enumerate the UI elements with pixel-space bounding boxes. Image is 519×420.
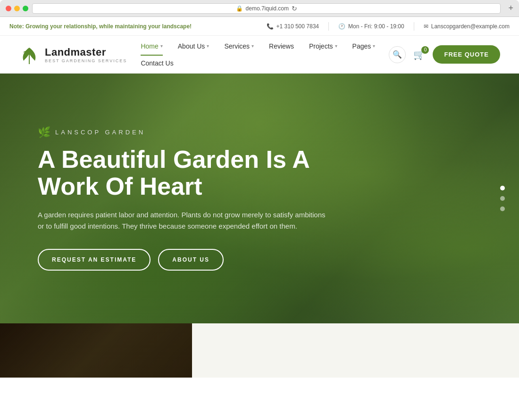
top-bar-note: Note: Growing your relationship, while m… <box>9 23 192 30</box>
cart-button[interactable]: 🛒 0 <box>413 49 425 60</box>
hero-background: 🌿 LANSCOP GARDEN A Beautiful Garden Is A… <box>0 74 519 323</box>
hero-section: 🌿 LANSCOP GARDEN A Beautiful Garden Is A… <box>0 74 519 323</box>
bottom-right-panel <box>192 323 519 378</box>
chevron-down-icon: ▾ <box>373 43 375 49</box>
nav-item-home[interactable]: Home ▾ <box>135 39 168 54</box>
lock-icon: 🔒 <box>236 5 243 12</box>
nav-main: Home ▾ About Us ▾ Services ▾ Reviews Pro… <box>135 39 381 54</box>
slide-indicators <box>500 186 505 211</box>
free-quote-button[interactable]: FREE QUOTE <box>433 45 500 64</box>
slide-dot-2[interactable] <box>500 196 505 201</box>
hero-brand-text: LANSCOP GARDEN <box>55 129 145 136</box>
browser-chrome: 🔒 demo.7iquid.com ↻ + <box>0 0 519 17</box>
request-estimate-button[interactable]: REQUEST AN ESTIMATE <box>38 249 151 271</box>
hours-item: 🕐 Mon - Fri: 9:00 - 19:00 <box>338 23 404 30</box>
divider-2 <box>414 22 414 31</box>
minimize-dot[interactable] <box>14 6 20 11</box>
email-item: ✉ Lanscopgarden@example.com <box>424 23 510 30</box>
chevron-down-icon: ▾ <box>335 43 337 49</box>
about-us-button[interactable]: ABOUT US <box>158 249 224 271</box>
nav-area: Home ▾ About Us ▾ Services ▾ Reviews Pro… <box>135 39 381 71</box>
hero-buttons: REQUEST AN ESTIMATE ABOUT US <box>38 249 368 271</box>
leaf-icon: 🌿 <box>38 126 50 139</box>
nav-secondary: Contact Us <box>135 56 179 71</box>
nav-item-services[interactable]: Services ▾ <box>218 39 260 54</box>
maximize-dot[interactable] <box>23 6 28 11</box>
browser-dots <box>6 6 28 11</box>
hero-content: 🌿 LANSCOP GARDEN A Beautiful Garden Is A… <box>38 126 368 271</box>
clock-icon: 🕐 <box>338 23 345 30</box>
new-tab-button[interactable]: + <box>508 3 513 13</box>
phone-icon: 📞 <box>267 23 274 30</box>
bottom-left-panel <box>0 323 192 378</box>
chevron-down-icon: ▾ <box>160 43 163 49</box>
nav-item-about[interactable]: About Us ▾ <box>172 39 215 54</box>
top-bar-contact: 📞 +1 310 500 7834 🕐 Mon - Fri: 9:00 - 19… <box>267 22 510 31</box>
top-info-bar: Note: Growing your relationship, while m… <box>0 17 519 36</box>
hero-description: A garden requires patient labor and atte… <box>38 209 330 232</box>
email-address: Lanscopgarden@example.com <box>431 23 510 30</box>
divider-1 <box>328 22 329 31</box>
hero-title: A Beautiful Garden Is A Work Of Heart <box>38 146 368 200</box>
nav-item-contact[interactable]: Contact Us <box>135 56 179 71</box>
note-label: Note: <box>9 23 24 30</box>
hours-text: Mon - Fri: 9:00 - 19:00 <box>348 23 404 30</box>
main-header: Landmaster BEST GARDENING SERVICES Home … <box>0 36 519 74</box>
search-button[interactable]: 🔍 <box>389 46 406 63</box>
chevron-down-icon: ▾ <box>207 43 209 49</box>
slide-dot-1[interactable] <box>500 186 505 190</box>
search-icon: 🔍 <box>393 50 402 59</box>
phone-number: +1 310 500 7834 <box>276 23 319 30</box>
nav-item-pages[interactable]: Pages ▾ <box>347 39 381 54</box>
cart-badge: 0 <box>421 46 429 54</box>
logo-tagline: BEST GARDENING SERVICES <box>45 58 127 63</box>
url-text: demo.7iquid.com <box>246 5 289 12</box>
close-dot[interactable] <box>6 6 11 11</box>
chevron-down-icon: ▾ <box>251 43 254 49</box>
reload-icon[interactable]: ↻ <box>292 5 297 12</box>
email-icon: ✉ <box>424 23 428 30</box>
phone-item: 📞 +1 310 500 7834 <box>267 23 319 30</box>
bottom-preview <box>0 323 519 378</box>
header-right: 🔍 🛒 0 FREE QUOTE <box>389 45 500 64</box>
logo-icon <box>19 43 40 66</box>
hero-brand: 🌿 LANSCOP GARDEN <box>38 126 368 139</box>
logo-text: Landmaster BEST GARDENING SERVICES <box>45 46 127 63</box>
slide-dot-3[interactable] <box>500 206 505 211</box>
note-text: Growing your relationship, while maintai… <box>25 23 192 30</box>
address-bar[interactable]: 🔒 demo.7iquid.com ↻ <box>32 3 501 14</box>
nav-item-projects[interactable]: Projects ▾ <box>303 39 343 54</box>
nav-item-reviews[interactable]: Reviews <box>263 39 300 54</box>
logo-name: Landmaster <box>45 46 127 58</box>
logo-area[interactable]: Landmaster BEST GARDENING SERVICES <box>19 43 127 66</box>
